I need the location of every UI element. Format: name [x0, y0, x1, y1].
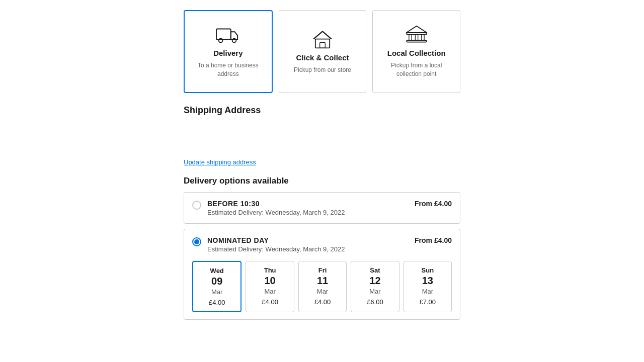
- date-card-wed[interactable]: Wed 09 Mar £4.00: [192, 261, 242, 312]
- date-num-sun: 13: [408, 275, 447, 287]
- option-name-before-1030: BEFORE 10:30: [207, 200, 409, 208]
- address-content: [184, 124, 460, 154]
- date-month-thu: Mar: [250, 288, 289, 295]
- date-month-wed: Mar: [197, 288, 236, 296]
- click-collect-subtitle: Pickup from our store: [294, 66, 351, 74]
- update-shipping-link[interactable]: Update shipping address: [184, 158, 256, 166]
- local-collection-subtitle: Pickup from a local collection point: [379, 61, 454, 78]
- option-price-nominated-day: From £4.00: [415, 236, 452, 244]
- svg-rect-7: [409, 35, 412, 41]
- local-collection-title: Local Collection: [387, 49, 446, 57]
- date-num-fri: 11: [303, 275, 342, 287]
- option-details-before-1030: BEFORE 10:30 Estimated Delivery: Wednesd…: [207, 200, 409, 216]
- svg-rect-3: [315, 39, 330, 48]
- radio-before-1030[interactable]: [192, 201, 201, 210]
- date-card-sun[interactable]: Sun 13 Mar £7.00: [404, 261, 452, 312]
- option-estimated-before-1030: Estimated Delivery: Wednesday, March 9, …: [207, 209, 409, 216]
- option-estimated-nominated-day: Estimated Delivery: Wednesday, March 9, …: [207, 245, 409, 253]
- svg-rect-8: [415, 35, 418, 41]
- svg-rect-9: [421, 35, 424, 41]
- click-collect-title: Click & Collect: [296, 53, 349, 62]
- delivery-card-click-collect[interactable]: Click & Collect Pickup from our store: [279, 10, 367, 93]
- delivery-type-selector: Delivery To a home or business address C…: [184, 10, 460, 93]
- date-price-sun: £7.00: [408, 298, 447, 306]
- radio-nominated-day[interactable]: [192, 237, 201, 246]
- date-num-wed: 09: [197, 276, 236, 287]
- date-num-thu: 10: [250, 275, 289, 287]
- date-month-sat: Mar: [355, 288, 394, 295]
- svg-rect-0: [216, 29, 231, 40]
- delivery-card-subtitle: To a home or business address: [191, 61, 266, 78]
- svg-rect-4: [320, 42, 326, 48]
- delivery-card-local-collection[interactable]: Local Collection Pickup from a local col…: [372, 10, 460, 93]
- home-icon: [310, 29, 335, 49]
- date-day-sat: Sat: [355, 266, 394, 274]
- delivery-options-title: Delivery options available: [184, 176, 460, 186]
- shipping-address-title: Shipping Address: [184, 105, 460, 116]
- date-price-fri: £4.00: [303, 298, 342, 306]
- date-price-wed: £4.00: [197, 299, 236, 306]
- date-day-wed: Wed: [197, 267, 236, 275]
- date-price-thu: £4.00: [250, 298, 289, 306]
- date-month-sun: Mar: [408, 288, 447, 295]
- date-card-sat[interactable]: Sat 12 Mar £6.00: [351, 261, 399, 312]
- date-price-sat: £6.00: [355, 298, 394, 306]
- delivery-option-nominated-day[interactable]: Nominated Day Estimated Delivery: Wednes…: [184, 229, 460, 320]
- date-num-sat: 12: [355, 275, 394, 287]
- date-card-fri[interactable]: Fri 11 Mar £4.00: [298, 261, 347, 312]
- option-details-nominated-day: Nominated Day Estimated Delivery: Wednes…: [207, 236, 409, 253]
- date-month-fri: Mar: [303, 288, 342, 295]
- truck-icon: [216, 25, 240, 45]
- option-price-before-1030: From £4.00: [415, 200, 452, 208]
- option-name-nominated-day: Nominated Day: [207, 236, 409, 244]
- delivery-option-before-1030[interactable]: BEFORE 10:30 Estimated Delivery: Wednesd…: [184, 192, 460, 224]
- delivery-card-delivery[interactable]: Delivery To a home or business address: [184, 10, 273, 93]
- date-day-thu: Thu: [250, 266, 289, 274]
- date-picker: Wed 09 Mar £4.00 Thu 10 Mar £4.00 Fri 11…: [192, 261, 452, 312]
- date-day-fri: Fri: [303, 266, 342, 274]
- delivery-card-title: Delivery: [213, 49, 243, 57]
- date-day-sun: Sun: [408, 266, 447, 274]
- bank-icon: [405, 25, 429, 45]
- date-card-thu[interactable]: Thu 10 Mar £4.00: [246, 261, 294, 312]
